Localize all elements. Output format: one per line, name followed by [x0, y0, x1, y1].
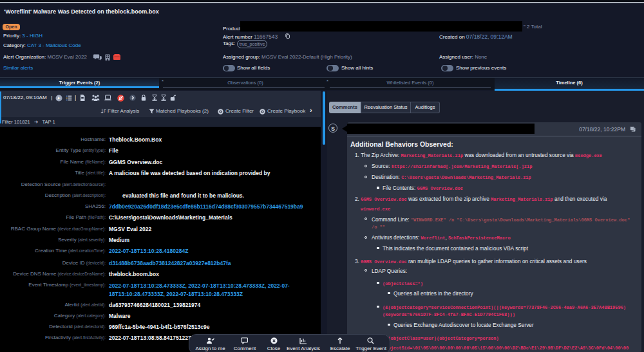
svg-text:F: F — [104, 109, 106, 113]
